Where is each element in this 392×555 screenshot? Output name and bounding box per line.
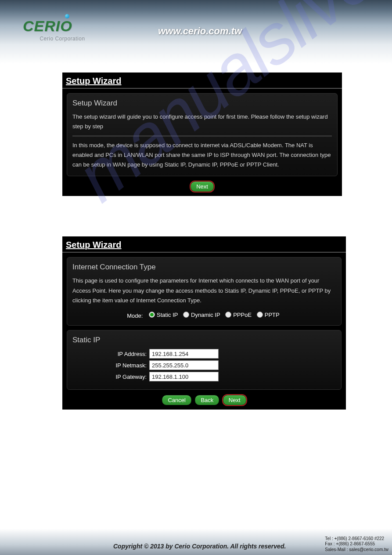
mode-option-pptp[interactable]: PPTP: [257, 312, 280, 318]
logo-block: CERIO Cerio Corporation: [23, 18, 102, 42]
footer-mail: Sales-Mail : sales@cerio.com.tw: [325, 547, 388, 553]
mode-option-dynamic[interactable]: Dynamic IP: [183, 312, 220, 318]
mode-option-pppoe[interactable]: PPPoE: [225, 312, 252, 318]
next-button[interactable]: Next: [191, 181, 214, 192]
mode-dynamic-label: Dynamic IP: [191, 312, 220, 318]
static-ip-section: Static IP IP Address: IP Netmask: IP Gat…: [67, 330, 342, 390]
footer-tel: Tel : +(886) 2-8667-6160 #222: [325, 536, 388, 542]
back-button[interactable]: Back: [195, 395, 219, 405]
panel2-title: Setup Wizard: [62, 236, 346, 253]
connection-type-section: Internet Connection Type This page is us…: [67, 257, 342, 326]
logo-brand: CERIO: [23, 18, 72, 34]
cancel-button[interactable]: Cancel: [162, 395, 191, 405]
connection-type-intro: This page is used to configure the param…: [72, 276, 336, 305]
panel1-intro: The setup wizard will guide you to confi…: [72, 112, 332, 131]
radio-pptp[interactable]: [257, 312, 263, 318]
header-banner: CERIO Cerio Corporation www.cerio.com.tw: [0, 0, 392, 64]
mode-static-label: Static IP: [157, 312, 178, 318]
logo-dot-icon: [65, 14, 69, 18]
logo-text: CERIO: [23, 18, 72, 35]
ip-address-label: IP Address:: [72, 351, 149, 357]
ip-gateway-label: IP Gateway:: [72, 374, 149, 380]
ip-netmask-label: IP Netmask:: [72, 362, 149, 369]
mode-label: Mode:: [127, 312, 143, 319]
radio-static-ip[interactable]: [149, 312, 155, 318]
radio-pppoe[interactable]: [225, 312, 231, 318]
panel2-button-row: Cancel Back Next: [62, 392, 346, 410]
connection-type-heading: Internet Connection Type: [72, 263, 336, 272]
logo-tagline: Cerio Corporation: [23, 36, 102, 42]
ip-netmask-row: IP Netmask:: [72, 360, 336, 370]
mode-row: Mode: Static IP Dynamic IP PPPoE PPTP: [72, 312, 336, 319]
panel1-title: Setup Wizard: [62, 73, 342, 89]
ip-address-input[interactable]: [149, 349, 219, 359]
mode-pptp-label: PPTP: [265, 312, 280, 318]
next-button[interactable]: Next: [223, 395, 246, 405]
setup-wizard-panel-1: Setup Wizard Setup Wizard The setup wiza…: [62, 73, 342, 196]
ip-netmask-input[interactable]: [149, 360, 219, 370]
ip-address-row: IP Address:: [72, 349, 336, 359]
divider: [72, 136, 332, 136]
panel1-body: Setup Wizard The setup wizard will guide…: [67, 93, 338, 176]
ip-gateway-input[interactable]: [149, 372, 219, 381]
footer-fax: Fax : +(886) 2-8667-6555: [325, 541, 388, 547]
setup-wizard-panel-2: Setup Wizard Internet Connection Type Th…: [62, 236, 346, 410]
footer-copyright: Copyright © 2013 by Cerio Corporation. A…: [113, 543, 286, 550]
radio-dynamic-ip[interactable]: [183, 312, 189, 318]
header-url: www.cerio.com.tw: [158, 25, 242, 37]
mode-pppoe-label: PPPoE: [233, 312, 252, 318]
footer-contact: Tel : +(886) 2-8667-6160 #222 Fax : +(88…: [325, 536, 388, 553]
static-ip-heading: Static IP: [72, 336, 336, 345]
panel1-description: In this mode, the device is supposed to …: [72, 141, 332, 170]
ip-gateway-row: IP Gateway:: [72, 372, 336, 381]
panel1-button-row: Next: [62, 179, 342, 196]
panel1-heading: Setup Wizard: [72, 99, 332, 108]
footer: Copyright © 2013 by Cerio Corporation. A…: [0, 529, 392, 555]
mode-option-static[interactable]: Static IP: [149, 312, 178, 318]
